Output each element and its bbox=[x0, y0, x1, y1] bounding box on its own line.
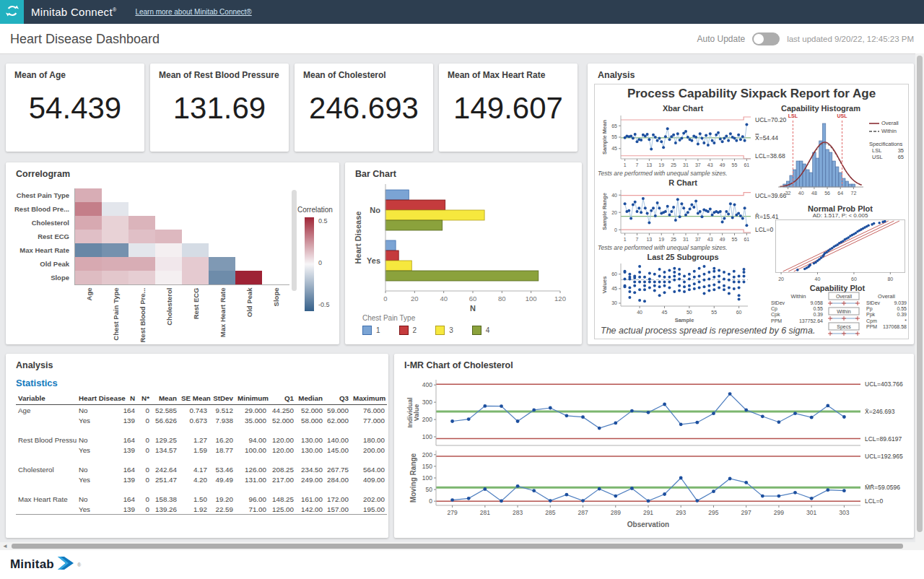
svg-text:IndividualValue: IndividualValue bbox=[406, 397, 420, 427]
svg-text:0.39: 0.39 bbox=[813, 312, 823, 317]
corr-cell[interactable] bbox=[182, 257, 209, 271]
svg-text:60: 60 bbox=[469, 295, 477, 302]
svg-text:293: 293 bbox=[676, 509, 686, 516]
scroll-left-arrow-icon[interactable]: ◄ bbox=[2, 543, 8, 549]
minitab-connect-logo[interactable] bbox=[0, 0, 24, 24]
kpi-value: 149.607 bbox=[439, 91, 578, 126]
footer-brand-text: Minitab bbox=[10, 557, 54, 572]
auto-update-toggle[interactable] bbox=[752, 32, 780, 45]
svg-text:100: 100 bbox=[422, 433, 432, 440]
horizontal-scrollbar[interactable]: ◄ bbox=[0, 542, 924, 550]
corr-col-label: Age bbox=[84, 287, 92, 344]
corr-cell[interactable] bbox=[155, 271, 182, 284]
svg-text:40: 40 bbox=[798, 191, 804, 196]
corr-cell[interactable] bbox=[182, 271, 209, 284]
svg-text:Observation: Observation bbox=[627, 521, 669, 528]
kpi-value: 246.693 bbox=[295, 91, 433, 126]
svg-text:40: 40 bbox=[440, 295, 448, 302]
minitab-footer-logo[interactable]: Minitab ® bbox=[10, 557, 81, 573]
svg-text:7: 7 bbox=[636, 237, 639, 242]
column-header: Q1 bbox=[269, 393, 296, 405]
panel-title: Analysis bbox=[598, 70, 635, 80]
corr-cell[interactable] bbox=[209, 257, 235, 271]
statistics-heading: Statistics bbox=[16, 378, 58, 388]
table-row: Rest Blood PressureNo1640129.251.2716.20… bbox=[16, 435, 387, 445]
svg-text:19: 19 bbox=[658, 162, 664, 167]
svg-text:301: 301 bbox=[806, 509, 816, 516]
corr-cell[interactable] bbox=[102, 216, 128, 230]
vertical-scrollbar[interactable] bbox=[915, 53, 924, 542]
table-row: Max Heart RateNo1640158.381.5019.2096.00… bbox=[16, 494, 387, 504]
svg-text:61: 61 bbox=[744, 162, 749, 167]
bar-legend: 1234 bbox=[362, 326, 489, 335]
corr-cell[interactable] bbox=[75, 243, 102, 257]
corr-col-label: Rest Blood Pre... bbox=[138, 287, 146, 344]
svg-text:0.39: 0.39 bbox=[897, 312, 907, 317]
corr-cell[interactable] bbox=[102, 243, 128, 257]
corr-cell[interactable] bbox=[128, 271, 155, 284]
panel-scrollbar[interactable] bbox=[292, 190, 297, 291]
column-header: Variable bbox=[16, 393, 77, 405]
corr-cell[interactable] bbox=[209, 271, 235, 284]
svg-text:49: 49 bbox=[720, 237, 725, 242]
corr-cell[interactable] bbox=[128, 230, 155, 243]
corr-cell[interactable] bbox=[128, 257, 155, 271]
capability-plot: WithinStDev9.058Cp0.55Cpk0.39PPM137752.6… bbox=[765, 292, 907, 341]
normal-prob-plot: 20406080 bbox=[775, 219, 905, 290]
statistics-table: VariableHeart DiseaseNN*MeanSE MeanStDev… bbox=[16, 393, 378, 515]
svg-text:295: 295 bbox=[708, 509, 718, 516]
kpi-card-mean-rest-blood-pressure: Mean of Rest Blood Pressure 131.69 bbox=[150, 64, 289, 152]
corr-col-label: Slope bbox=[271, 287, 279, 344]
registered-mark: ® bbox=[77, 562, 81, 567]
svg-text:303: 303 bbox=[839, 509, 849, 516]
svg-text:Overall: Overall bbox=[878, 293, 895, 300]
corr-col-label: Rest ECG bbox=[191, 287, 199, 344]
column-header: N* bbox=[137, 393, 152, 405]
corr-cell[interactable] bbox=[75, 202, 102, 216]
corr-cell[interactable] bbox=[75, 230, 102, 243]
svg-text:150: 150 bbox=[422, 463, 432, 470]
corr-cell[interactable] bbox=[155, 230, 182, 243]
horizontal-scrollbar-thumb[interactable] bbox=[12, 544, 903, 549]
corr-cell[interactable] bbox=[102, 202, 128, 216]
svg-text:56: 56 bbox=[824, 191, 830, 196]
corr-cell[interactable] bbox=[235, 271, 262, 284]
legend-item-chest-pain-1: 1 bbox=[362, 326, 380, 335]
corr-cell[interactable] bbox=[75, 271, 102, 284]
svg-text:Ppk: Ppk bbox=[866, 312, 876, 318]
svg-text:32: 32 bbox=[785, 191, 791, 196]
svg-text:43: 43 bbox=[707, 237, 713, 242]
svg-text:StDev: StDev bbox=[866, 300, 881, 305]
corr-cell[interactable] bbox=[102, 230, 128, 243]
corr-cell[interactable] bbox=[128, 243, 155, 257]
svg-text:80: 80 bbox=[498, 295, 506, 302]
correlation-gradient-bar bbox=[305, 217, 314, 311]
learn-more-link[interactable]: Learn more about Minitab Connect® bbox=[135, 8, 251, 16]
corr-cell[interactable] bbox=[155, 257, 182, 271]
x-axis-line bbox=[74, 284, 289, 285]
corr-cell[interactable] bbox=[102, 271, 128, 284]
heart-disease-bar-chart: NoYes020406080100120NHeart Disease bbox=[352, 181, 569, 315]
svg-text:137752.64: 137752.64 bbox=[799, 318, 823, 323]
svg-text:No: No bbox=[370, 206, 380, 214]
table-spacer-row bbox=[16, 425, 387, 435]
bar-chart-panel: Bar Chart NoYes020406080100120NHeart Dis… bbox=[345, 162, 582, 344]
corr-cell[interactable] bbox=[128, 216, 155, 230]
corr-cell[interactable] bbox=[75, 257, 102, 271]
table-row: Yes1390139.261.9222.5971.00125.00142.001… bbox=[16, 504, 387, 515]
svg-text:0: 0 bbox=[383, 295, 387, 302]
corr-cell[interactable] bbox=[75, 216, 102, 230]
svg-text:20: 20 bbox=[778, 277, 784, 282]
corr-cell[interactable] bbox=[155, 243, 182, 257]
corr-cell[interactable] bbox=[182, 243, 209, 257]
svg-text:PPM: PPM bbox=[866, 324, 877, 329]
svg-text:61: 61 bbox=[744, 237, 749, 242]
corr-cell[interactable] bbox=[102, 257, 128, 271]
corr-cell[interactable] bbox=[75, 188, 102, 202]
table-row: CholesterolNo1640242.644.1753.46126.0020… bbox=[16, 464, 387, 474]
vertical-scrollbar-thumb[interactable] bbox=[917, 56, 923, 532]
statistics-data-table: VariableHeart DiseaseNN*MeanSE MeanStDev… bbox=[16, 393, 387, 515]
svg-text:13: 13 bbox=[646, 237, 652, 242]
svg-text:40: 40 bbox=[637, 310, 642, 315]
column-header: StDev bbox=[209, 393, 235, 405]
